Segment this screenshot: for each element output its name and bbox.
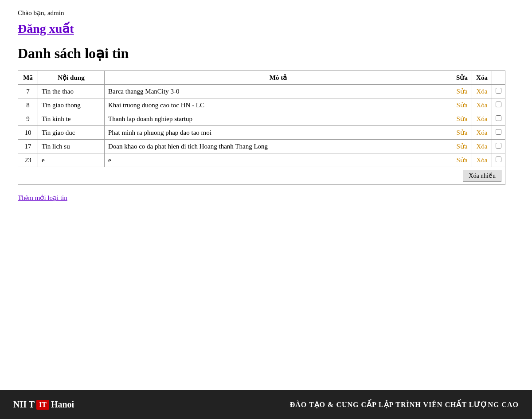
cell-noidung: Tin giao thong	[38, 98, 105, 112]
cell-mota: e	[105, 153, 452, 167]
xoa-link[interactable]: Xóa	[477, 143, 488, 150]
row-checkbox[interactable]	[496, 157, 501, 162]
cell-ma: 9	[18, 112, 38, 126]
add-new-link[interactable]: Thêm mới loại tin	[18, 194, 67, 202]
cell-ma: 10	[18, 126, 38, 140]
table-row: 9 Tin kinh te Thanh lap doanh nghiep sta…	[18, 112, 505, 126]
footer-logo: NII T IT Hanoi	[13, 399, 74, 410]
xoa-nhieu-cell: Xóa nhiều	[18, 167, 505, 185]
table-row: 17 Tin lich su Doan khao co da phat hien…	[18, 140, 505, 153]
col-header-xoa: Xóa	[472, 71, 492, 85]
greeting-text: Chào bạn, admin	[18, 9, 514, 17]
cell-xoa[interactable]: Xóa	[472, 153, 492, 167]
cell-check[interactable]	[492, 153, 505, 167]
sua-link[interactable]: Sửa	[457, 102, 468, 109]
cell-ma: 23	[18, 153, 38, 167]
cell-check[interactable]	[492, 140, 505, 153]
col-header-check	[492, 71, 505, 85]
cell-sua[interactable]: Sửa	[452, 153, 472, 167]
cell-check[interactable]	[492, 85, 505, 98]
footer-logo-text-right: Hanoi	[51, 399, 74, 410]
cell-xoa[interactable]: Xóa	[472, 140, 492, 153]
col-header-sua: Sửa	[452, 71, 472, 85]
xoa-link[interactable]: Xóa	[477, 129, 488, 136]
row-checkbox[interactable]	[496, 143, 501, 149]
cell-mota: Barca thangg ManCity 3-0	[105, 85, 452, 98]
footer-slogan: ĐÀO TẠO & CUNG CẤP LẬP TRÌNH VIÊN CHẤT L…	[290, 400, 519, 409]
cell-ma: 7	[18, 85, 38, 98]
row-checkbox[interactable]	[496, 102, 501, 107]
cell-sua[interactable]: Sửa	[452, 126, 472, 140]
cell-sua[interactable]: Sửa	[452, 98, 472, 112]
col-header-ma: Mã	[18, 71, 38, 85]
sua-link[interactable]: Sửa	[457, 157, 468, 164]
cell-sua[interactable]: Sửa	[452, 112, 472, 126]
xoa-link[interactable]: Xóa	[477, 88, 488, 95]
sua-link[interactable]: Sửa	[457, 143, 468, 150]
cell-check[interactable]	[492, 126, 505, 140]
table-bottom-row: Xóa nhiều	[18, 167, 505, 185]
cell-mota: Doan khao co da phat hien di tich Hoang …	[105, 140, 452, 153]
cell-check[interactable]	[492, 98, 505, 112]
sua-link[interactable]: Sửa	[457, 115, 468, 122]
footer-logo-text-left: NII T	[13, 399, 35, 410]
row-checkbox[interactable]	[496, 129, 501, 135]
cell-noidung: e	[38, 153, 105, 167]
cell-noidung: Tin the thao	[38, 85, 105, 98]
cell-ma: 8	[18, 98, 38, 112]
sua-link[interactable]: Sửa	[457, 88, 468, 95]
xoa-link[interactable]: Xóa	[477, 102, 488, 109]
cell-noidung: Tin giao duc	[38, 126, 105, 140]
loai-tin-table: Mã Nội dung Mô tả Sửa Xóa 7 Tin the thao…	[18, 70, 505, 185]
table-row: 23 e e Sửa Xóa	[18, 153, 505, 167]
col-header-noidung: Nội dung	[38, 71, 105, 85]
xoa-link[interactable]: Xóa	[477, 157, 488, 164]
cell-ma: 17	[18, 140, 38, 153]
footer-logo-box: IT	[36, 400, 49, 410]
table-row: 10 Tin giao duc Phat minh ra phuong phap…	[18, 126, 505, 140]
table-row: 8 Tin giao thong Khai truong duong cao t…	[18, 98, 505, 112]
cell-xoa[interactable]: Xóa	[472, 126, 492, 140]
xoa-nhieu-button[interactable]: Xóa nhiều	[463, 170, 501, 182]
page-title: Danh sách loại tin	[18, 45, 514, 62]
sua-link[interactable]: Sửa	[457, 129, 468, 136]
xoa-link[interactable]: Xóa	[477, 115, 488, 122]
row-checkbox[interactable]	[496, 88, 501, 94]
cell-sua[interactable]: Sửa	[452, 140, 472, 153]
col-header-mota: Mô tả	[105, 71, 452, 85]
logout-link[interactable]: Đăng xuất	[18, 21, 74, 36]
cell-mota: Thanh lap doanh nghiep startup	[105, 112, 452, 126]
footer: NII T IT Hanoi ĐÀO TẠO & CUNG CẤP LẬP TR…	[0, 390, 532, 419]
cell-noidung: Tin kinh te	[38, 112, 105, 126]
cell-noidung: Tin lich su	[38, 140, 105, 153]
cell-mota: Khai truong duong cao toc HN - LC	[105, 98, 452, 112]
cell-xoa[interactable]: Xóa	[472, 85, 492, 98]
cell-sua[interactable]: Sửa	[452, 85, 472, 98]
cell-xoa[interactable]: Xóa	[472, 112, 492, 126]
cell-check[interactable]	[492, 112, 505, 126]
cell-xoa[interactable]: Xóa	[472, 98, 492, 112]
row-checkbox[interactable]	[496, 115, 501, 121]
table-row: 7 Tin the thao Barca thangg ManCity 3-0 …	[18, 85, 505, 98]
cell-mota: Phat minh ra phuong phap dao tao moi	[105, 126, 452, 140]
